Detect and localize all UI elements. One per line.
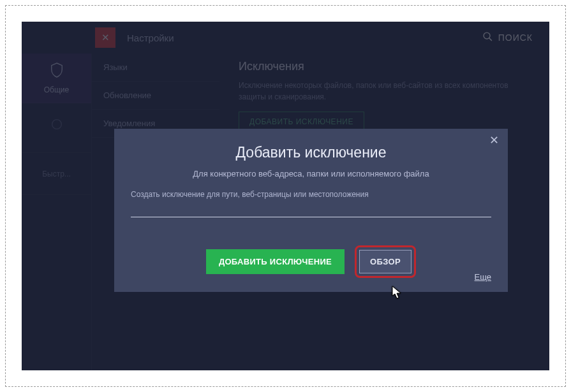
modal-subtitle: Для конкретного веб-адреса, папки или ис… <box>131 169 491 178</box>
path-field-label: Создать исключение для пути, веб-страниц… <box>131 190 491 199</box>
more-link[interactable]: Еще <box>475 272 491 282</box>
screenshot-frame: ✕ Настройки ПОИСК Общие <box>5 5 566 387</box>
browse-button[interactable]: ОБЗОР <box>359 250 412 273</box>
add-exception-button[interactable]: ДОБАВИТЬ ИСКЛЮЧЕНИЕ <box>206 249 345 274</box>
close-icon: ✕ <box>489 133 499 147</box>
path-input[interactable] <box>131 201 491 217</box>
modal-button-row: ДОБАВИТЬ ИСКЛЮЧЕНИЕ ОБЗОР <box>131 245 491 278</box>
modal-close-button[interactable]: ✕ <box>487 134 500 147</box>
modal-title: Добавить исключение <box>131 144 491 161</box>
browse-button-highlight: ОБЗОР <box>355 245 416 278</box>
app-window: ✕ Настройки ПОИСК Общие <box>22 22 549 370</box>
add-exception-modal: ✕ Добавить исключение Для конкретного ве… <box>114 129 508 292</box>
